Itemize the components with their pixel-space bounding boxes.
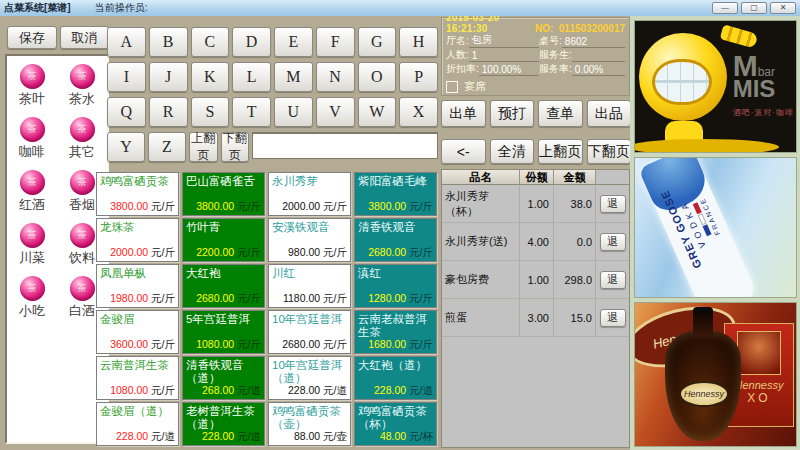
action-button[interactable]: 出单 — [441, 100, 486, 127]
letter-key[interactable]: M — [274, 62, 313, 92]
menu-item[interactable]: 金骏眉（道） 228.00 元/道 — [96, 402, 179, 446]
order-row[interactable]: 永川秀芽（杯） 1.00 38.0 退 — [442, 185, 629, 223]
menu-item-name: 云南老叔普洱生茶 — [358, 313, 433, 339]
close-icon[interactable]: ✕ — [770, 2, 796, 14]
category-item[interactable]: 茶 茶水 — [57, 64, 107, 108]
refund-button[interactable]: 退 — [600, 309, 626, 327]
menu-page-down-button[interactable]: 下翻页 — [221, 132, 250, 162]
letter-key[interactable]: J — [149, 62, 188, 92]
letter-key[interactable]: R — [149, 97, 188, 127]
action-button[interactable]: 出品 — [587, 100, 632, 127]
menu-item[interactable]: 安溪铁观音 980.00 元/斤 — [268, 218, 351, 262]
menu-page-up-button[interactable]: 上翻页 — [189, 132, 218, 162]
letter-key[interactable]: X — [399, 97, 438, 127]
letter-key[interactable]: Y — [107, 132, 145, 162]
letter-key[interactable]: K — [191, 62, 230, 92]
action-button[interactable]: 下翻页 — [587, 139, 632, 164]
hall-value: 包房 — [469, 33, 539, 48]
menu-item[interactable]: 老树普洱生茶（道） 228.00 元/道 — [182, 402, 265, 446]
menu-item-price-value: 2000.00 — [282, 200, 320, 212]
letter-key[interactable]: A — [107, 27, 146, 57]
cancel-button[interactable]: 取消 — [60, 26, 109, 49]
category-item[interactable]: 茶 咖啡 — [7, 117, 57, 161]
letter-key[interactable]: E — [274, 27, 313, 57]
letter-key[interactable]: C — [191, 27, 230, 57]
action-button[interactable]: 全清 — [490, 139, 535, 164]
menu-item[interactable]: 云南普洱生茶 1080.00 元/斤 — [96, 356, 179, 400]
menu-item-price-value: 228.00 — [116, 430, 148, 442]
menu-item[interactable]: 鸡鸣富硒贡茶 3800.00 元/斤 — [96, 172, 179, 216]
letter-key[interactable]: Q — [107, 97, 146, 127]
letter-key[interactable]: N — [316, 62, 355, 92]
menu-item[interactable]: 清香铁观音（道） 268.00 元/道 — [182, 356, 265, 400]
maximize-icon[interactable]: ▢ — [741, 2, 767, 14]
action-button[interactable]: <- — [441, 139, 486, 164]
category-item[interactable]: 茶 茶叶 — [7, 64, 57, 108]
menu-item-price: 2680.00 元/斤 — [358, 247, 433, 259]
menu-item[interactable]: 滇红 1280.00 元/斤 — [354, 264, 437, 308]
menu-item-name: 龙珠茶 — [100, 221, 175, 234]
letter-key[interactable]: L — [232, 62, 271, 92]
menu-item[interactable]: 巴山富硒雀舌 3800.00 元/斤 — [182, 172, 265, 216]
letter-key[interactable]: T — [232, 97, 271, 127]
menu-item[interactable]: 10年宫廷普洱 2680.00 元/斤 — [268, 310, 351, 354]
letter-key[interactable]: Z — [148, 132, 186, 162]
menu-item[interactable]: 金骏眉 3600.00 元/斤 — [96, 310, 179, 354]
menu-item[interactable]: 川红 1180.00 元/斤 — [268, 264, 351, 308]
letter-key[interactable]: P — [399, 62, 438, 92]
refund-button[interactable]: 退 — [600, 195, 626, 213]
menu-item[interactable]: 10年宫廷普洱（道） 228.00 元/道 — [268, 356, 351, 400]
menu-item[interactable]: 云南老叔普洱生茶 1680.00 元/斤 — [354, 310, 437, 354]
order-row[interactable]: 豪包房费 1.00 298.0 退 — [442, 261, 629, 299]
minimize-icon[interactable]: — — [712, 2, 738, 14]
category-item[interactable]: 茶 其它 — [57, 117, 107, 161]
menu-item-price-value: 88.00 — [294, 430, 320, 442]
hall-label: 厅名: — [446, 34, 469, 48]
letter-key[interactable]: H — [399, 27, 438, 57]
tea-ball-icon: 茶 — [70, 170, 95, 195]
action-button[interactable]: 预打 — [490, 100, 535, 127]
menu-item[interactable]: 凤凰单枞 1980.00 元/斤 — [96, 264, 179, 308]
order-item-name: 豪包房费 — [442, 261, 520, 298]
order-row[interactable]: 永川秀芽(送) 4.00 0.0 退 — [442, 223, 629, 261]
category-item[interactable]: 茶 川菜 — [7, 223, 57, 267]
bar-ad-word-mis: MIS — [733, 77, 794, 101]
letter-key[interactable]: D — [232, 27, 271, 57]
menu-item[interactable]: 大红袍 2680.00 元/斤 — [182, 264, 265, 308]
menu-item-name: 鸡鸣富硒贡茶（壶） — [272, 405, 347, 431]
letter-key[interactable]: S — [191, 97, 230, 127]
category-item[interactable]: 茶 小吃 — [7, 276, 57, 320]
refund-button[interactable]: 退 — [600, 271, 626, 289]
action-button[interactable]: 查单 — [538, 100, 583, 127]
letter-key[interactable]: F — [316, 27, 355, 57]
menu-item[interactable]: 紫阳富硒毛峰 3800.00 元/斤 — [354, 172, 437, 216]
menu-item[interactable]: 永川秀芽 2000.00 元/斤 — [268, 172, 351, 216]
letter-key[interactable]: V — [316, 97, 355, 127]
menu-item[interactable]: 龙珠茶 2000.00 元/斤 — [96, 218, 179, 262]
banquet-checkbox[interactable] — [446, 81, 458, 93]
order-row[interactable]: 煎蛋 3.00 15.0 退 — [442, 299, 629, 337]
menu-item-price: 1980.00 元/斤 — [100, 293, 175, 305]
menu-item[interactable]: 大红袍（道） 228.00 元/道 — [354, 356, 437, 400]
save-button[interactable]: 保存 — [7, 26, 57, 49]
menu-item[interactable]: 清香铁观音 2680.00 元/斤 — [354, 218, 437, 262]
menu-item-price-unit: 元/斤 — [409, 246, 433, 258]
menu-item[interactable]: 竹叶青 2200.00 元/斤 — [182, 218, 265, 262]
letter-key[interactable]: O — [358, 62, 397, 92]
letter-key[interactable]: G — [358, 27, 397, 57]
letter-key[interactable]: I — [107, 62, 146, 92]
menu-item[interactable]: 5年宫廷普洱 1080.00 元/斤 — [182, 310, 265, 354]
refund-button[interactable]: 退 — [600, 233, 626, 251]
action-button[interactable]: 上翻页 — [538, 139, 583, 164]
letter-key[interactable]: W — [358, 97, 397, 127]
category-item[interactable]: 茶 红酒 — [7, 170, 57, 214]
letter-key[interactable]: B — [149, 27, 188, 57]
discount-value: 100.00% — [479, 64, 539, 76]
letter-key[interactable]: U — [274, 97, 313, 127]
service-rate-value: 0.00% — [572, 64, 625, 76]
menu-item-name: 金骏眉 — [100, 313, 175, 326]
search-input[interactable] — [252, 132, 438, 159]
menu-item-price: 2680.00 元/斤 — [272, 339, 347, 351]
menu-item[interactable]: 鸡鸣富硒贡茶（壶） 88.00 元/壶 — [268, 402, 351, 446]
menu-item[interactable]: 鸡鸣富硒贡茶（杯） 48.00 元/杯 — [354, 402, 437, 446]
